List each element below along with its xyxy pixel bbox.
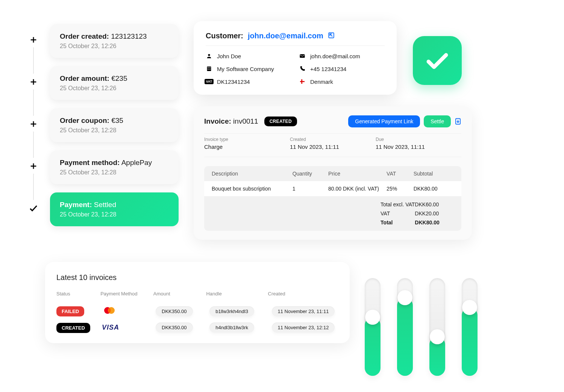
svg-rect-12 xyxy=(207,67,211,71)
plus-icon xyxy=(28,77,39,87)
timeline-card-order-coupon[interactable]: Order coupon: €35 25 October 23, 12:28 xyxy=(50,108,179,142)
generate-payment-link-button[interactable]: Generated Payment Link xyxy=(348,115,420,127)
customer-company: My Software Company xyxy=(217,66,274,72)
success-tile xyxy=(413,36,462,85)
checkmark-icon xyxy=(424,47,450,74)
slider-knob[interactable] xyxy=(365,310,380,325)
handle-pill: b1llw3rkh4ndl3 xyxy=(209,306,254,316)
download-icon[interactable] xyxy=(455,118,461,125)
svg-point-10 xyxy=(208,54,210,56)
timeline-connector xyxy=(33,89,34,116)
amount-pill: DKK350.00 xyxy=(156,322,193,333)
slider[interactable] xyxy=(462,278,478,376)
handle-pill: h4ndl3b1llw3rk xyxy=(209,322,254,333)
total-label: Total xyxy=(381,219,415,226)
person-icon xyxy=(206,53,212,59)
timeline-label: Order amount: xyxy=(60,74,109,82)
customer-country: Denmark xyxy=(310,79,333,85)
timeline-date: 25 October 23, 12:28 xyxy=(60,127,169,134)
invoice-title: Invoice: inv0011 xyxy=(204,117,258,126)
settle-button[interactable]: Settle xyxy=(424,115,451,127)
slider-knob[interactable] xyxy=(397,290,412,305)
customer-phone: +45 12341234 xyxy=(310,66,346,72)
col-quantity: Quantity xyxy=(293,171,328,177)
plus-icon xyxy=(28,35,39,45)
customer-email: john.doe@mail.com xyxy=(310,53,360,59)
invoice-line-items-table: Description Quantity Price VAT Subtotal … xyxy=(204,166,461,231)
slider-knob[interactable] xyxy=(462,300,477,315)
invoice-card: Invoice: inv0011 CREATED Generated Payme… xyxy=(194,106,472,240)
customer-card: Customer: john.doe@email.com John Doe jo… xyxy=(194,21,397,95)
phone-icon xyxy=(299,65,306,72)
customer-email-link[interactable]: john.doe@email.com xyxy=(248,32,323,40)
timeline-card-payment-settled[interactable]: Payment: Settled 25 October 23, 12:28 xyxy=(50,192,179,226)
slider-knob[interactable] xyxy=(430,329,445,344)
svg-line-9 xyxy=(330,34,332,36)
plus-icon xyxy=(28,119,39,129)
created-pill: 11 November 23, 12:12 xyxy=(272,322,335,333)
total-value: DKK80.00 xyxy=(415,219,454,226)
total-excl-label: Total excl. VAT xyxy=(381,201,415,207)
timeline-card-order-created[interactable]: Order created: 123123123 25 October 23, … xyxy=(50,24,179,58)
timeline-value: Settled xyxy=(94,201,116,209)
timeline-date: 25 October 23, 12:28 xyxy=(60,169,169,176)
check-icon xyxy=(28,203,39,213)
svg-rect-19 xyxy=(301,79,302,84)
col-subtotal: Subtotal xyxy=(414,171,454,177)
col-price: Price xyxy=(328,171,387,177)
timeline: Order created: 123123123 25 October 23, … xyxy=(28,24,179,235)
timeline-label: Payment: xyxy=(60,201,92,209)
timeline-value: €235 xyxy=(111,74,127,82)
timeline-card-order-amount[interactable]: Order amount: €235 25 October 23, 12:26 xyxy=(50,66,179,100)
svg-rect-14 xyxy=(209,67,210,68)
timeline-date: 25 October 23, 12:26 xyxy=(60,85,169,92)
col-description: Description xyxy=(212,171,293,177)
vat-icon: VAT xyxy=(206,78,212,85)
status-badge: CREATED xyxy=(56,323,90,333)
sliders-group xyxy=(365,267,478,376)
timeline-value: €35 xyxy=(111,117,123,124)
latest-invoices-card: Latest 10 invoices Status Payment Method… xyxy=(45,262,350,343)
plus-icon xyxy=(28,161,39,171)
slider[interactable] xyxy=(429,278,445,376)
total-vat-label: VAT xyxy=(381,210,415,216)
timeline-label: Payment method: xyxy=(60,159,120,166)
cell-quantity: 1 xyxy=(293,186,328,192)
cell-description: Bouquet box subscription xyxy=(212,186,293,192)
meta-label-type: Invoice type xyxy=(204,137,290,142)
mastercard-icon xyxy=(102,306,152,316)
col-amount: Amount xyxy=(153,291,206,297)
svg-rect-11 xyxy=(300,54,305,58)
building-icon xyxy=(206,65,212,72)
timeline-date: 25 October 23, 12:28 xyxy=(60,211,169,218)
external-link-icon[interactable] xyxy=(328,32,335,40)
mail-icon xyxy=(299,53,306,59)
table-row[interactable]: FAILED DKK350.00 b1llw3rkh4ndl3 11 Novem… xyxy=(56,303,338,319)
timeline-connector xyxy=(33,132,34,158)
meta-value-created: 11 Nov 2023, 11:11 xyxy=(290,144,376,150)
timeline-card-payment-method[interactable]: Payment method: ApplePay 25 October 23, … xyxy=(50,150,179,184)
timeline-connector xyxy=(33,47,34,74)
slider[interactable] xyxy=(397,278,413,376)
total-vat-value: DKK20.00 xyxy=(415,210,454,216)
col-status: Status xyxy=(56,291,100,297)
total-excl-value: DKK60.00 xyxy=(415,201,454,207)
timeline-label: Order coupon: xyxy=(60,117,109,124)
slider[interactable] xyxy=(365,278,381,376)
status-badge: FAILED xyxy=(56,306,84,316)
svg-rect-13 xyxy=(208,67,209,68)
table-row[interactable]: CREATED VISA DKK350.00 h4ndl3b1llw3rk 11… xyxy=(56,319,338,336)
meta-value-type: Charge xyxy=(204,144,290,150)
meta-label-due: Due xyxy=(376,137,461,142)
meta-value-due: 11 Nov 2023, 11:11 xyxy=(376,144,461,150)
table-row: Bouquet box subscription 1 80.00 DKK (in… xyxy=(204,181,461,196)
col-created: Created xyxy=(268,291,339,297)
timeline-connector xyxy=(33,174,34,200)
svg-rect-16 xyxy=(209,69,210,70)
customer-heading: Customer: xyxy=(206,32,243,40)
timeline-date: 25 October 23, 12:26 xyxy=(60,43,169,50)
created-pill: 11 November 23, 11:11 xyxy=(272,306,335,316)
customer-vat: DK12341234 xyxy=(217,79,250,85)
latest-invoices-title: Latest 10 invoices xyxy=(56,273,338,282)
cell-subtotal: DKK80.00 xyxy=(414,186,454,192)
